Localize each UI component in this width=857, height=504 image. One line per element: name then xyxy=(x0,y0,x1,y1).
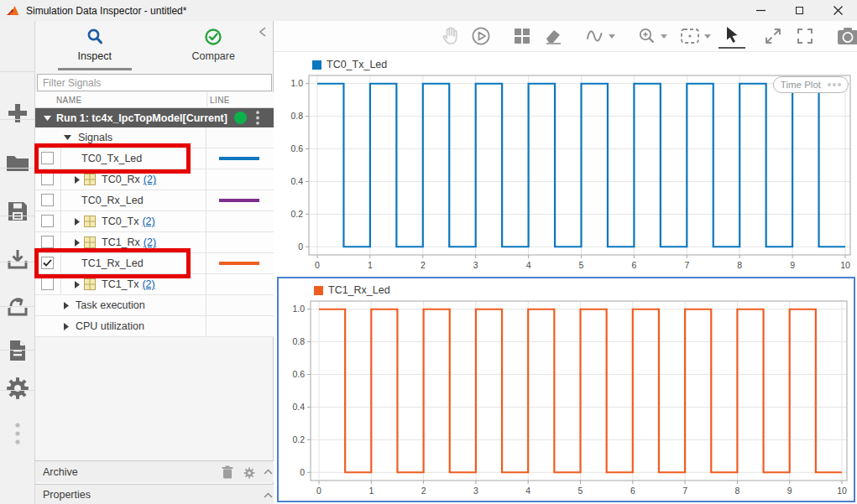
signal-label: TC1_Rx_Led xyxy=(81,257,144,269)
caret-right-icon[interactable] xyxy=(75,218,80,226)
archive-bar[interactable]: Archive xyxy=(35,460,274,482)
add-button[interactable] xyxy=(0,95,34,132)
report-icon xyxy=(8,340,27,361)
svg-text:0.6: 0.6 xyxy=(292,369,305,379)
fit-view-button[interactable] xyxy=(759,23,787,49)
cursor-button[interactable] xyxy=(719,23,745,49)
signal-checkbox[interactable] xyxy=(41,215,54,227)
close-button[interactable] xyxy=(818,0,857,21)
caret-right-icon[interactable] xyxy=(75,281,80,288)
signal-checkbox[interactable] xyxy=(41,257,54,269)
plot-toolbar xyxy=(274,21,857,52)
close-icon xyxy=(833,6,843,15)
import-button[interactable] xyxy=(0,241,34,278)
collapse-properties-chevron-icon[interactable] xyxy=(264,492,273,498)
time-plot-canvas[interactable]: 0123456789101.00.80.60.40.20 xyxy=(279,299,854,501)
signal-label: TC0_Tx_Led xyxy=(81,153,142,164)
snapshot-button[interactable] xyxy=(833,23,857,49)
signal-count-link[interactable]: (2) xyxy=(142,216,154,227)
svg-text:10: 10 xyxy=(840,260,850,270)
trash-icon[interactable] xyxy=(222,465,233,479)
tab-inspect[interactable]: Inspect xyxy=(35,21,154,71)
eraser-icon xyxy=(543,27,563,45)
caret-right-icon[interactable] xyxy=(75,176,80,184)
signal-row[interactable]: TC0_Tx_Led xyxy=(35,148,274,169)
pan-button xyxy=(436,23,463,49)
save-icon xyxy=(7,200,29,222)
properties-bar[interactable]: Properties xyxy=(35,484,274,504)
report-button[interactable] xyxy=(0,332,34,369)
signal-checkbox[interactable] xyxy=(41,173,54,185)
time-plot-2-selected[interactable]: TC1_Rx_Led0123456789101.00.80.60.40.20 xyxy=(277,277,855,502)
more-icon xyxy=(15,423,20,444)
chevron-down-icon[interactable] xyxy=(609,34,615,39)
import-icon xyxy=(7,248,29,270)
properties-label: Properties xyxy=(43,489,91,501)
time-plot-1[interactable]: TC0_Tx_Led0123456789101.00.80.60.40.20Ti… xyxy=(277,53,857,275)
signal-row[interactable]: TC1_Rx (2) xyxy=(35,232,274,253)
chevron-down-icon[interactable] xyxy=(661,34,667,39)
svg-text:7: 7 xyxy=(682,486,687,496)
svg-text:4: 4 xyxy=(525,486,530,496)
line-style-sample[interactable] xyxy=(219,157,259,160)
signal-checkbox[interactable] xyxy=(41,194,54,206)
eraser-button[interactable] xyxy=(539,23,567,49)
signal-row[interactable]: TC0_Rx_Led xyxy=(35,190,274,211)
more-button[interactable] xyxy=(0,415,34,452)
caret-right-icon[interactable] xyxy=(64,323,69,330)
time-plot-canvas[interactable]: 0123456789101.00.80.60.40.20 xyxy=(277,73,857,275)
maximize-button[interactable] xyxy=(780,0,818,21)
caret-right-icon[interactable] xyxy=(75,239,80,247)
filter-signals-input[interactable] xyxy=(37,74,272,91)
legend-swatch xyxy=(312,60,321,70)
toolbar-separator xyxy=(0,168,34,169)
svg-text:8: 8 xyxy=(734,486,739,496)
group-row[interactable]: CPU utilization xyxy=(35,316,274,337)
plot-type-label: Time Plot xyxy=(781,80,821,90)
signal-checkbox[interactable] xyxy=(41,152,54,164)
settings-button[interactable] xyxy=(0,370,34,407)
zoom-region-button[interactable] xyxy=(675,23,715,49)
signal-checkbox[interactable] xyxy=(41,236,54,248)
toolbar-separator xyxy=(0,216,34,216)
group-row[interactable]: Task execution xyxy=(35,295,274,316)
window-title: Simulation Data Inspector - untitled* xyxy=(26,5,186,17)
line-style-sample[interactable] xyxy=(219,199,259,202)
zoom-in-button[interactable] xyxy=(633,23,671,49)
tab-compare[interactable]: Compare xyxy=(154,21,274,71)
signal-row[interactable]: TC0_Tx (2) xyxy=(35,211,274,232)
compare-check-icon xyxy=(203,27,223,47)
line-style-sample[interactable] xyxy=(219,262,259,265)
caret-down-icon[interactable] xyxy=(64,135,71,140)
signal-row[interactable]: TC1_Tx (2) xyxy=(35,274,274,295)
signal-count-link[interactable]: (2) xyxy=(142,278,154,290)
save-button[interactable] xyxy=(0,193,34,230)
layout-button[interactable] xyxy=(509,23,536,49)
replay-button[interactable] xyxy=(467,23,495,49)
signal-count-link[interactable]: (2) xyxy=(144,174,156,185)
svg-text:9: 9 xyxy=(787,486,792,496)
collapse-panel-chevron[interactable] xyxy=(258,26,268,38)
legend-label: TC1_Rx_Led xyxy=(328,284,390,296)
minimize-button[interactable] xyxy=(741,0,780,21)
collapse-archive-chevron-icon[interactable] xyxy=(264,469,273,475)
signal-row[interactable]: TC1_Rx_Led xyxy=(35,253,274,274)
signal-count-link[interactable]: (2) xyxy=(144,236,156,248)
zoom-in-icon xyxy=(637,26,657,46)
svg-text:0: 0 xyxy=(316,486,321,496)
archive-settings-gear-icon[interactable] xyxy=(243,467,255,479)
run-menu-dots-icon[interactable] xyxy=(256,111,259,125)
signal-checkbox[interactable] xyxy=(41,278,54,290)
signal-row[interactable]: TC0_Rx (2) xyxy=(35,169,274,190)
fullscreen-button[interactable] xyxy=(791,23,819,49)
fullscreen-icon xyxy=(795,26,815,46)
signal-wave-button[interactable] xyxy=(581,23,619,49)
group-row[interactable]: Signals xyxy=(35,127,274,148)
caret-right-icon[interactable] xyxy=(64,302,69,309)
toolbar-separator xyxy=(0,306,34,307)
svg-text:2: 2 xyxy=(421,260,426,270)
run-header-row[interactable]: Run 1: tc4x_IpcTopModel[Current] xyxy=(35,108,274,127)
chevron-down-icon[interactable] xyxy=(704,34,711,39)
open-button[interactable] xyxy=(0,145,34,182)
time-plot-menu-badge[interactable]: Time Plot xyxy=(773,76,849,93)
